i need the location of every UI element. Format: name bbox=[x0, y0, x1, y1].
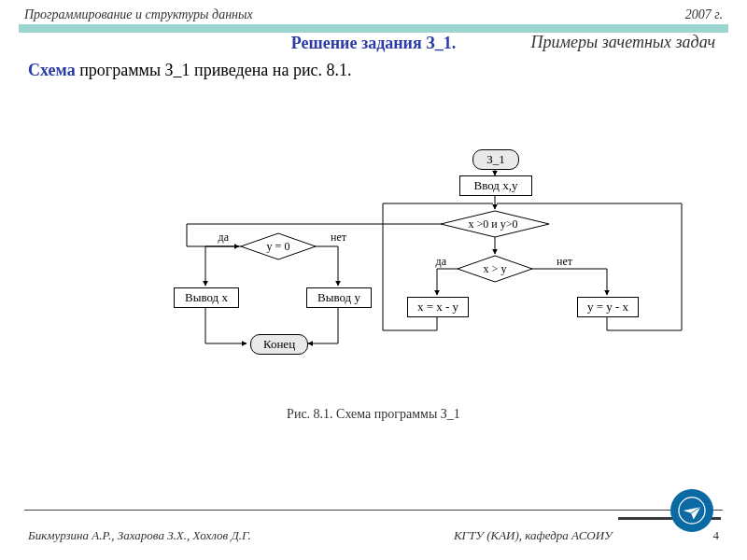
header-year: 2007 г. bbox=[685, 7, 723, 22]
node-out-y: Вывод y bbox=[306, 287, 372, 308]
label-no-2: нет bbox=[557, 255, 573, 268]
task-sentence: Cхема программы З_1 приведена на рис. 8.… bbox=[28, 61, 728, 80]
node-end: Конец bbox=[250, 334, 308, 355]
paper-plane-icon bbox=[670, 489, 713, 532]
footer-university: КГТУ (КАИ), кафедра АСОИУ bbox=[385, 528, 682, 543]
task-sentence-rest: программы З_1 приведена на рис. 8.1. bbox=[76, 61, 352, 79]
label-yes-1: да bbox=[218, 231, 230, 244]
node-assign-x: x = x - y bbox=[407, 297, 469, 317]
figure-caption: Рис. 8.1. Схема программы З_1 bbox=[19, 407, 728, 422]
header-subject: Программирование и структуры данных bbox=[24, 7, 253, 22]
flowchart: x >0 и y>0 y = 0 x > y да нет да нет З_1… bbox=[37, 129, 710, 427]
cond-xgty-text: x > y bbox=[484, 262, 507, 275]
cond-yzero-text: y = 0 bbox=[267, 240, 290, 253]
node-assign-y: y = y - x bbox=[577, 297, 639, 317]
task-sentence-em: Cхема bbox=[28, 61, 76, 79]
label-no-1: нет bbox=[331, 231, 347, 244]
accent-bar bbox=[19, 24, 728, 33]
node-out-x: Вывод x bbox=[174, 287, 239, 308]
footer-rules bbox=[19, 500, 728, 523]
cond-main-text: x >0 и y>0 bbox=[469, 217, 518, 231]
label-yes-2: да bbox=[436, 255, 447, 268]
footer-page-number: 4 bbox=[682, 528, 719, 543]
node-input: Ввод x,y bbox=[459, 175, 532, 196]
footer-authors: Бикмурзина А.Р., Захарова З.Х., Хохлов Д… bbox=[28, 528, 385, 543]
node-start: З_1 bbox=[472, 149, 519, 170]
